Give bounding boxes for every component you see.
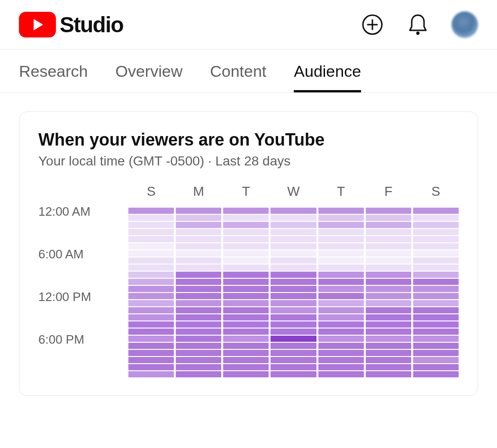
heatmap-cell	[223, 329, 269, 335]
heatmap-cell	[271, 243, 316, 249]
heatmap-cell	[318, 250, 364, 256]
heatmap-cell	[413, 314, 459, 320]
heatmap-cell	[271, 371, 316, 377]
tab-research[interactable]: Research	[19, 62, 88, 92]
heatmap-cell	[413, 222, 459, 228]
heatmap-cell	[271, 293, 316, 299]
heatmap-cell	[128, 307, 174, 313]
heatmap-cell	[128, 314, 174, 320]
heatmap-day-column	[176, 208, 221, 377]
heatmap-cell	[128, 357, 174, 363]
heatmap-cell	[223, 300, 269, 306]
heatmap-cell	[128, 265, 174, 271]
heatmap-cell	[128, 222, 174, 228]
heatmap-cell	[176, 208, 221, 214]
heatmap-cell	[366, 265, 411, 271]
heatmap-cell	[128, 272, 174, 278]
tab-content[interactable]: Content	[210, 62, 266, 92]
heatmap-cell	[176, 236, 221, 242]
heatmap-cell	[366, 222, 411, 228]
heatmap-cell	[176, 336, 221, 342]
heatmap-cell	[413, 300, 459, 306]
heatmap-cell	[271, 272, 316, 278]
heatmap-day-header: M	[176, 184, 221, 199]
heatmap-cell	[271, 321, 316, 328]
heatmap-day-header: F	[366, 184, 411, 199]
heatmap-cell	[128, 243, 174, 249]
heatmap-cell	[223, 272, 269, 278]
heatmap-cell	[176, 321, 221, 328]
notifications-button[interactable]	[406, 13, 430, 37]
heatmap-cell	[176, 371, 221, 377]
heatmap-day-header: T	[223, 184, 269, 199]
heatmap-cell	[223, 286, 269, 292]
heatmap-cell	[271, 336, 316, 342]
heatmap-cell	[271, 314, 316, 320]
heatmap-cell	[176, 243, 221, 249]
heatmap-day-column	[318, 208, 364, 377]
heatmap-cell	[366, 279, 411, 285]
tab-audience[interactable]: Audience	[294, 62, 361, 92]
heatmap-cell	[128, 336, 174, 342]
heatmap-cell	[223, 343, 269, 349]
heatmap-cell	[271, 222, 316, 228]
heatmap-cell	[271, 286, 316, 292]
heatmap-cell	[176, 343, 221, 349]
card-title: When your viewers are on YouTube	[38, 130, 459, 150]
heatmap-day-header: S	[413, 184, 459, 199]
heatmap-cell	[271, 208, 316, 214]
heatmap-cell	[176, 293, 221, 299]
heatmap-cell	[318, 329, 364, 335]
heatmap-cell	[223, 307, 269, 313]
heatmap-cell	[176, 307, 221, 313]
heatmap-cell	[271, 229, 316, 235]
heatmap-day-headers: SMTWTFS	[128, 184, 459, 199]
heatmap-cell	[176, 357, 221, 363]
heatmap-cell	[413, 371, 459, 377]
heatmap-cell	[223, 357, 269, 363]
heatmap-cell	[366, 250, 411, 256]
heatmap-day-column	[271, 208, 316, 377]
heatmap-cell	[223, 208, 269, 214]
heatmap-cell	[223, 222, 269, 228]
heatmap-cell	[176, 300, 221, 306]
create-button[interactable]	[361, 13, 384, 37]
heatmap-cell	[176, 279, 221, 285]
heatmap-cell	[176, 265, 221, 271]
heatmap-day-column	[413, 208, 459, 377]
heatmap-cell	[413, 272, 459, 278]
heatmap-cell	[366, 286, 411, 292]
heatmap-cell	[318, 257, 364, 264]
heatmap-cell	[176, 364, 221, 370]
heatmap-cell	[413, 336, 459, 342]
heatmap-cell	[318, 293, 364, 299]
heatmap-cell	[128, 321, 174, 328]
heatmap-cell	[318, 286, 364, 292]
heatmap-cell	[366, 314, 411, 320]
heatmap-cell	[318, 336, 364, 342]
heatmap-cell	[271, 236, 316, 242]
heatmap-cell	[128, 300, 174, 306]
viewer-heatmap: SMTWTFS 12:00 AM6:00 AM12:00 PM6:00 PM	[38, 184, 459, 377]
heatmap-cell	[223, 279, 269, 285]
heatmap-cell	[271, 350, 316, 356]
heatmap-cell	[223, 371, 269, 377]
top-actions	[361, 11, 478, 38]
brand[interactable]: Studio	[19, 12, 123, 37]
heatmap-cell	[128, 257, 174, 264]
heatmap-cell	[413, 243, 459, 249]
heatmap-cell	[271, 307, 316, 313]
heatmap-day-column	[366, 208, 411, 377]
heatmap-cell	[271, 300, 316, 306]
heatmap-cell	[318, 364, 364, 370]
avatar[interactable]	[452, 11, 478, 38]
heatmap-cell	[413, 286, 459, 292]
heatmap-cell	[223, 215, 269, 221]
tab-overview[interactable]: Overview	[116, 62, 183, 92]
heatmap-cell	[223, 364, 269, 370]
heatmap-cell	[318, 229, 364, 235]
heatmap-cell	[366, 357, 411, 363]
plus-circle-icon	[361, 14, 383, 36]
heatmap-cell	[413, 321, 459, 328]
heatmap-cell	[318, 272, 364, 278]
